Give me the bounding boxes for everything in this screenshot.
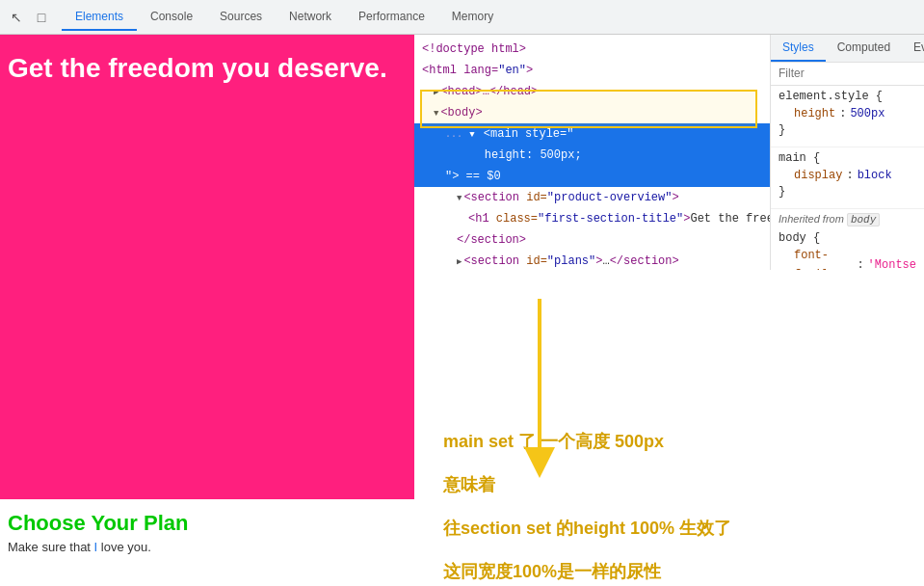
annotation-line-4: 这同宽度100%是一样的尿性 [443, 558, 895, 586]
tab-elements[interactable]: Elements [62, 4, 137, 31]
annotation-line-1: main set 了 一个高度 500px [443, 428, 895, 456]
prop-colon-display: : [846, 167, 853, 185]
tab-network[interactable]: Network [276, 4, 345, 31]
tab-performance[interactable]: Performance [345, 4, 438, 31]
styles-filter-bar [771, 63, 924, 86]
webpage-plan-title: Choose Your Plan [8, 511, 407, 536]
elem-section-plans[interactable]: ▶<section id="plans">…</section> [414, 251, 770, 272]
styles-selector-body: body { [779, 231, 916, 245]
elem-main-end[interactable]: "> == $0 [414, 166, 770, 187]
styles-tab-computed[interactable]: Computed [826, 35, 902, 62]
styles-selector-main-close: } [779, 185, 916, 199]
annotation-overlay: main set 了 一个高度 500px 意味着 往section set 的… [414, 270, 924, 586]
cursor-icon[interactable]: ↖ [8, 9, 25, 26]
tab-console[interactable]: Console [137, 4, 206, 31]
elem-main-open[interactable]: ... ▼ <main style=" [414, 123, 770, 145]
elem-html[interactable]: <html lang="en"> [414, 60, 770, 81]
tab-sources[interactable]: Sources [206, 4, 276, 31]
styles-main-section: main { display : block } [771, 147, 924, 209]
love-link[interactable]: I [94, 540, 98, 554]
annotation-line-2: 意味着 [443, 471, 895, 499]
elem-head[interactable]: ▶<head>…</head> [414, 81, 770, 102]
inherited-body-tag: body [847, 213, 880, 226]
styles-element-style: element.style { height : 500px } [771, 86, 924, 147]
styles-tab-list: Styles Computed Eve [771, 35, 924, 63]
styles-selector-element-close: } [779, 123, 916, 137]
prop-name-display: display [794, 167, 842, 185]
inherited-from-body-label: Inherited from body [771, 209, 924, 227]
inspect-icon[interactable]: □ [33, 9, 50, 26]
devtools-topbar: ↖ □ Elements Console Sources Network Per… [0, 0, 924, 35]
webpage-bottom-section: Choose Your Plan Make sure that I love y… [0, 499, 414, 586]
webpage-preview: Get the freedom you deserve. Choose Your… [0, 35, 414, 586]
prop-name-height: height [794, 105, 835, 123]
styles-prop-display: display : block [794, 167, 916, 185]
elem-section-overview[interactable]: ▼<section id="product-overview"> [414, 187, 770, 208]
prop-value-height: 500px [850, 105, 884, 123]
devtools-tab-list: Elements Console Sources Network Perform… [62, 4, 507, 31]
webpage-plan-subtitle: Make sure that I love you. [8, 540, 407, 554]
tab-memory[interactable]: Memory [438, 4, 507, 31]
prop-value-display: block [858, 167, 892, 185]
styles-tab-styles[interactable]: Styles [771, 35, 826, 62]
prop-colon-height: : [839, 105, 846, 123]
elem-h1[interactable]: <h1 class="first-section-title">Get the … [414, 208, 770, 229]
styles-selector-main: main { [779, 151, 916, 165]
annotation-line-3: 往section set 的height 100% 生效了 [443, 515, 895, 543]
elem-body-open[interactable]: ▼<body> [414, 102, 770, 123]
annotation-text-block: main set 了 一个高度 500px 意味着 往section set 的… [443, 428, 895, 586]
elem-section-overview-close[interactable]: </section> [414, 229, 770, 251]
styles-tab-eve[interactable]: Eve [902, 35, 924, 62]
styles-prop-height: height : 500px [794, 105, 916, 123]
elem-main-style-height[interactable]: height: 500px; [414, 145, 770, 166]
elem-doctype[interactable]: <!doctype html> [414, 39, 770, 60]
webpage-hero-title: Get the freedom you deserve. [0, 35, 414, 85]
styles-filter-input[interactable] [779, 67, 916, 80]
styles-selector-element: element.style { [779, 90, 916, 103]
